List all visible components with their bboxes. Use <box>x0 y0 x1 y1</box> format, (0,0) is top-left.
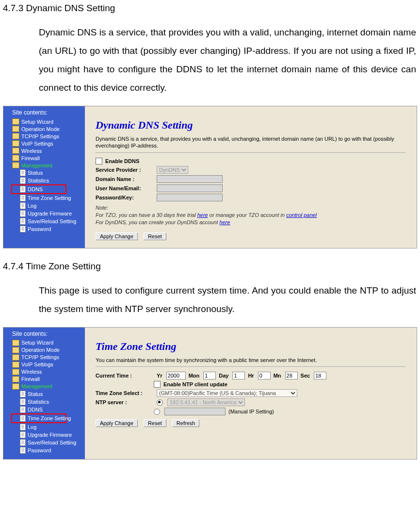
yr-input[interactable] <box>166 372 186 379</box>
tzo-trial-link[interactable]: here <box>197 212 208 218</box>
sidebar-item-label: Log <box>28 203 36 209</box>
apply-change-button[interactable]: Apply Change <box>96 419 138 427</box>
sidebar-sub-timezone[interactable]: Time Zone Setting <box>11 413 66 423</box>
sidebar-item-management[interactable]: Management <box>3 383 85 390</box>
mn-input[interactable] <box>285 372 298 379</box>
enable-ddns-label: Enable DDNS <box>105 158 139 164</box>
sidebar-item-label: TCP/IP Settings <box>21 354 59 360</box>
folder-icon <box>12 347 19 353</box>
sidebar-item-label: Setup Wizard <box>21 340 53 346</box>
sidebar-item-label: Status <box>28 391 43 397</box>
reset-button[interactable]: Reset <box>144 419 166 427</box>
sidebar-item-label: Firewall <box>21 155 40 161</box>
timezone-select[interactable]: (GMT-08:00)Pacific Time (US & Canada); T… <box>157 389 297 397</box>
sidebar-sub-ddns[interactable]: DDNS <box>11 184 66 194</box>
file-icon <box>20 439 26 446</box>
service-provider-select[interactable]: DynDNS <box>157 166 188 174</box>
service-provider-label: Service Provider : <box>96 167 154 173</box>
sidebar-item-label: Password <box>28 226 51 232</box>
sidebar-item-label: TCP/IP Settings <box>21 133 59 139</box>
folder-icon <box>12 362 19 368</box>
sidebar-sub-upgrade[interactable]: Upgrade Firmware <box>3 210 85 217</box>
sidebar-item-label: Time Zone Setting <box>28 195 71 201</box>
sidebar-item-voip[interactable]: VoIP Settings <box>3 140 85 147</box>
day-label: Day <box>219 373 228 379</box>
sidebar-item-label: DDNS <box>28 407 43 412</box>
sidebar-item-label: Time Zone Setting <box>28 415 71 421</box>
sidebar-item-voip[interactable]: VoIP Settings <box>3 361 85 368</box>
ntp-server-radio-manual[interactable] <box>154 409 160 415</box>
enable-ddns-checkbox[interactable] <box>96 158 102 165</box>
file-icon <box>20 406 26 413</box>
sidebar-item-wireless[interactable]: Wireless <box>3 368 85 376</box>
sidebar-item-label: VoIP Settings <box>21 141 53 147</box>
sidebar-sub-statistics[interactable]: Statistics <box>3 398 85 406</box>
sidebar-item-tcpip[interactable]: TCP/IP Settings <box>3 354 85 361</box>
enable-ntp-checkbox[interactable] <box>154 381 161 388</box>
panel-desc: You can maintain the system time by sync… <box>96 357 406 363</box>
password-label: Password/Key: <box>96 195 154 200</box>
sidebar-sub-password[interactable]: Password <box>3 446 85 454</box>
sidebar-item-firewall[interactable]: Firewall <box>3 376 85 383</box>
reset-button[interactable]: Reset <box>144 232 166 240</box>
file-icon <box>20 169 26 176</box>
folder-icon <box>12 376 19 382</box>
apply-change-button[interactable]: Apply Change <box>96 232 138 240</box>
sidebar-item-firewall[interactable]: Firewall <box>3 154 85 162</box>
file-icon <box>20 447 26 454</box>
sidebar-item-management[interactable]: Management <box>3 162 85 169</box>
sidebar-item-label: Statistics <box>28 399 49 405</box>
note-text: For DynDNS, you can create your DynDNS a… <box>96 219 220 225</box>
user-name-input[interactable] <box>157 184 223 192</box>
sec-input[interactable] <box>314 372 326 379</box>
screenshot-timezone: Site contents: Setup Wizard Operation Mo… <box>3 327 417 460</box>
folder-icon <box>12 340 19 346</box>
sidebar-item-setup-wizard[interactable]: Setup Wizard <box>3 339 85 346</box>
domain-name-input[interactable] <box>157 175 223 183</box>
sidebar-item-operation-mode[interactable]: Operation Mode <box>3 125 85 132</box>
day-input[interactable] <box>232 372 245 379</box>
sidebar-item-label: VoIP Settings <box>21 362 53 367</box>
folder-icon <box>12 162 19 168</box>
sidebar-sub-password[interactable]: Password <box>3 225 85 233</box>
sidebar-sub-save-reload[interactable]: Save/Reload Setting <box>3 217 85 225</box>
sidebar-item-label: Upgrade Firmware <box>28 432 72 438</box>
sidebar-item-operation-mode[interactable]: Operation Mode <box>3 346 85 354</box>
ntp-server-radio-preset[interactable] <box>157 399 163 406</box>
sidebar-item-label: DDNS <box>28 186 43 192</box>
hr-input[interactable] <box>258 372 271 379</box>
ntp-manual-input[interactable] <box>164 408 226 415</box>
sidebar-item-label: Operation Mode <box>21 347 60 353</box>
sidebar-sub-status[interactable]: Status <box>3 169 85 177</box>
refresh-button[interactable]: Refresh <box>172 419 200 427</box>
sidebar-sub-ddns[interactable]: DDNS <box>3 406 85 413</box>
file-icon <box>20 431 26 438</box>
folder-icon <box>12 140 19 147</box>
manual-ip-label: (Manual IP Setting) <box>228 409 274 414</box>
sidebar-item-label: Password <box>28 447 51 453</box>
sidebar-item-tcpip[interactable]: TCP/IP Settings <box>3 132 85 140</box>
panel-title: Time Zone Setting <box>96 340 406 353</box>
panel-desc: Dynamic DNS is a service, that provides … <box>96 135 406 149</box>
password-input[interactable] <box>157 194 223 201</box>
sidebar-sub-log[interactable]: Log <box>3 423 85 431</box>
ntp-server-select[interactable]: 192.5.41.41 - North America <box>167 398 245 406</box>
file-icon <box>20 195 26 201</box>
enable-ntp-label: Enable NTP client update <box>163 381 227 387</box>
sidebar-sub-statistics[interactable]: Statistics <box>3 177 85 184</box>
mon-input[interactable] <box>203 372 216 379</box>
sidebar-sub-upgrade[interactable]: Upgrade Firmware <box>3 431 85 439</box>
dyndns-create-link[interactable]: here <box>220 219 230 225</box>
folder-icon <box>12 155 19 161</box>
sidebar-sub-log[interactable]: Log <box>3 202 85 210</box>
sidebar-item-label: Wireless <box>21 369 42 375</box>
tzo-control-panel-link[interactable]: control panel <box>286 212 317 218</box>
sidebar-sub-save-reload[interactable]: Save/Reload Setting <box>3 439 85 446</box>
sidebar-item-wireless[interactable]: Wireless <box>3 147 85 154</box>
separator <box>96 152 406 153</box>
sidebar-item-setup-wizard[interactable]: Setup Wizard <box>3 118 85 125</box>
hr-label: Hr <box>248 373 254 379</box>
sidebar-sub-timezone[interactable]: Time Zone Setting <box>3 194 85 202</box>
sidebar-sub-status[interactable]: Status <box>3 390 85 398</box>
section-body-473: Dynamic DNS is a service, that provides … <box>39 23 416 97</box>
